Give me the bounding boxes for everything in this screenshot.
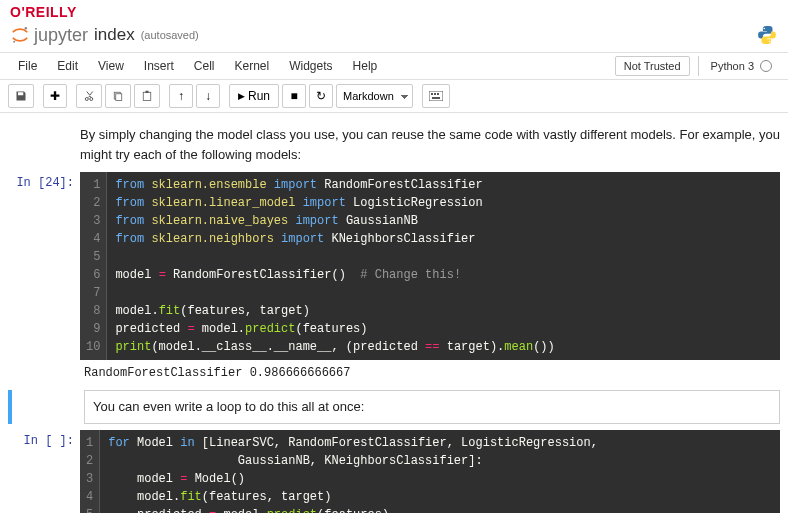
move-down-button[interactable]: ↓: [196, 84, 220, 108]
save-icon: [15, 90, 27, 102]
kernel-indicator[interactable]: Python 3: [698, 56, 780, 76]
markdown-text: You can even write a loop to do this all…: [84, 390, 780, 424]
svg-point-0: [25, 27, 28, 30]
line-gutter: 12345678910: [80, 172, 107, 360]
svg-rect-10: [434, 93, 436, 95]
svg-rect-5: [116, 94, 122, 101]
cell-output: RandomForestClassifier 0.986666666667: [80, 360, 780, 384]
command-palette-button[interactable]: [422, 84, 450, 108]
add-cell-button[interactable]: ✚: [43, 84, 67, 108]
trust-button[interactable]: Not Trusted: [615, 56, 690, 76]
notebook-name[interactable]: index: [94, 25, 135, 45]
svg-point-2: [763, 28, 765, 30]
markdown-cell-selected[interactable]: You can even write a loop to do this all…: [8, 390, 780, 424]
svg-rect-11: [437, 93, 439, 95]
svg-rect-8: [429, 91, 443, 101]
kernel-status-icon: [760, 60, 772, 72]
run-label: Run: [248, 89, 270, 103]
jupyter-text: jupyter: [34, 25, 88, 46]
scissors-icon: [83, 90, 95, 102]
save-button[interactable]: [8, 84, 34, 108]
paste-button[interactable]: [134, 84, 160, 108]
code-lines: from sklearn.ensemble import RandomFores…: [107, 172, 562, 360]
menu-insert[interactable]: Insert: [134, 53, 184, 79]
keyboard-icon: [429, 91, 443, 101]
code-input[interactable]: 123456 for Model in [LinearSVC, RandomFo…: [80, 430, 780, 514]
arrow-up-icon: ↑: [178, 89, 184, 103]
copy-button[interactable]: [105, 84, 131, 108]
brand-header: O'REILLY: [0, 0, 788, 22]
menu-help[interactable]: Help: [343, 53, 388, 79]
stop-icon: ■: [290, 89, 297, 103]
copy-icon: [112, 90, 124, 102]
autosave-status: (autosaved): [141, 29, 199, 41]
code-cell[interactable]: In [24]: 12345678910 from sklearn.ensemb…: [8, 172, 780, 384]
run-button[interactable]: ▶Run: [229, 84, 279, 108]
svg-rect-9: [431, 93, 433, 95]
markdown-text: By simply changing the model class you u…: [80, 123, 780, 166]
menu-file[interactable]: File: [8, 53, 47, 79]
code-input[interactable]: 12345678910 from sklearn.ensemble import…: [80, 172, 780, 360]
markdown-cell[interactable]: By simply changing the model class you u…: [8, 123, 780, 166]
svg-rect-12: [432, 97, 440, 99]
menu-bar: File Edit View Insert Cell Kernel Widget…: [0, 52, 788, 80]
jupyter-icon: [10, 25, 30, 45]
svg-point-1: [13, 41, 15, 43]
jupyter-logo: jupyter: [10, 25, 88, 46]
play-icon: ▶: [238, 91, 245, 101]
prompt-empty: [8, 123, 80, 166]
notebook-area: By simply changing the model class you u…: [0, 113, 788, 513]
svg-rect-6: [143, 92, 151, 100]
brand-logo: O'REILLY: [10, 4, 77, 20]
svg-point-3: [769, 41, 771, 43]
code-cell[interactable]: In [ ]: 123456 for Model in [LinearSVC, …: [8, 430, 780, 514]
restart-button[interactable]: ↻: [309, 84, 333, 108]
menu-widgets[interactable]: Widgets: [279, 53, 342, 79]
plus-icon: ✚: [50, 89, 60, 103]
restart-icon: ↻: [316, 89, 326, 103]
arrow-down-icon: ↓: [205, 89, 211, 103]
menu-view[interactable]: View: [88, 53, 134, 79]
input-prompt: In [24]:: [8, 172, 80, 384]
move-up-button[interactable]: ↑: [169, 84, 193, 108]
title-bar: jupyter index (autosaved): [0, 22, 788, 52]
menu-cell[interactable]: Cell: [184, 53, 225, 79]
kernel-name: Python 3: [711, 60, 754, 72]
cut-button[interactable]: [76, 84, 102, 108]
menu-kernel[interactable]: Kernel: [225, 53, 280, 79]
toolbar: ✚ ↑ ↓ ▶Run ■ ↻ Markdown: [0, 80, 788, 113]
code-lines: for Model in [LinearSVC, RandomForestCla…: [100, 430, 606, 514]
menu-edit[interactable]: Edit: [47, 53, 88, 79]
cell-type-select[interactable]: Markdown: [336, 84, 413, 108]
interrupt-button[interactable]: ■: [282, 84, 306, 108]
prompt-empty: [12, 390, 84, 424]
line-gutter: 123456: [80, 430, 100, 514]
input-prompt: In [ ]:: [8, 430, 80, 514]
svg-rect-7: [146, 91, 149, 93]
paste-icon: [141, 90, 153, 102]
python-logo-icon: [756, 24, 778, 46]
